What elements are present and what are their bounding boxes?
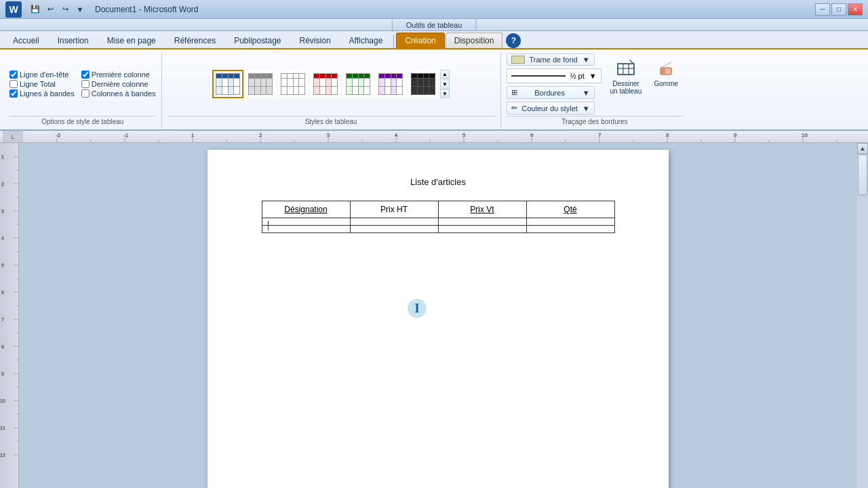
- titlebar-title: Document1 - Microsoft Word: [95, 5, 199, 14]
- scroll-thumb[interactable]: [858, 155, 867, 195]
- undo-button[interactable]: ↩: [43, 3, 57, 16]
- svg-text:6: 6: [1, 290, 4, 295]
- ruler-corner: L: [3, 131, 23, 142]
- styles-scroll-expand[interactable]: ▼: [440, 79, 450, 89]
- bordures-dropdown[interactable]: ⊞ Bordures ▼: [507, 86, 595, 99]
- td-prixvt-2[interactable]: [438, 226, 526, 233]
- svg-text:4: 4: [1, 236, 4, 241]
- bordures-content: Trame de fond ▼ ½ pt ▼ ⊞ Bordures ▼: [507, 54, 684, 115]
- tab-references[interactable]: Références: [165, 33, 224, 48]
- right-scrollbar[interactable]: ▲ ▼ ▲ ⊞ ▼: [857, 143, 868, 488]
- document-title: Liste d'articles: [248, 177, 628, 187]
- td-designation-1[interactable]: [262, 218, 350, 226]
- text-cursor[interactable]: I: [408, 299, 427, 318]
- main-layout: 1 2 3 4 5 6 7 8 9 10 11: [0, 143, 868, 488]
- td-qte-2[interactable]: [526, 226, 614, 233]
- table-row[interactable]: [262, 226, 614, 233]
- td-prixvt-1[interactable]: [438, 218, 526, 226]
- tab-mise-en-page[interactable]: Mise en page: [98, 33, 165, 48]
- table-style-1[interactable]: [212, 70, 243, 98]
- line-width-arrow: ▼: [589, 72, 597, 80]
- gomme-icon: [655, 57, 677, 79]
- td-prixht-2[interactable]: [350, 226, 438, 233]
- dessiner-icon: [615, 57, 637, 79]
- titlebar: W 💾 ↩ ↪ ▼ Document1 - Microsoft Word ─ □…: [0, 0, 868, 19]
- tab-disposition[interactable]: Disposition: [446, 33, 503, 48]
- cb-derniere-colonne[interactable]: Dernière colonne: [81, 80, 156, 88]
- dessiner-tableau-button[interactable]: Dessinerun tableau: [606, 54, 647, 98]
- table-style-4[interactable]: [310, 70, 341, 98]
- svg-text:4: 4: [395, 132, 398, 138]
- couleur-stylet-row[interactable]: ✏ Couleur du stylet ▼: [507, 102, 595, 115]
- svg-text:10: 10: [0, 399, 5, 403]
- table-style-7[interactable]: [408, 70, 439, 98]
- tab-creation[interactable]: Création: [396, 33, 444, 48]
- gomme-button[interactable]: Gomme: [649, 54, 683, 98]
- save-button[interactable]: 💾: [28, 3, 42, 16]
- bordures-selectors: Trame de fond ▼ ½ pt ▼ ⊞ Bordures ▼: [507, 54, 601, 115]
- tab-revision[interactable]: Révision: [291, 33, 340, 48]
- trame-fond-arrow: ▼: [583, 56, 590, 64]
- td-qte-1[interactable]: [526, 218, 614, 226]
- line-preview: [511, 75, 566, 77]
- tab-affichage[interactable]: Affichage: [340, 33, 392, 48]
- couleur-stylet-arrow: ▼: [583, 104, 590, 113]
- styles-content: ▲ ▼ ▼: [212, 54, 450, 115]
- help-button[interactable]: ?: [506, 33, 521, 48]
- table-style-3[interactable]: [277, 70, 309, 98]
- word-icon: W: [5, 1, 22, 18]
- tab-publipostage[interactable]: Publipostage: [225, 33, 290, 48]
- th-designation: Désignation: [262, 201, 350, 218]
- cb-colonnes-bandes[interactable]: Colonnes à bandes: [81, 89, 156, 98]
- minimize-button[interactable]: ─: [815, 3, 830, 16]
- line-width-selector[interactable]: ½ pt ▼: [507, 68, 601, 83]
- td-prixht-1[interactable]: [350, 218, 438, 226]
- table-row[interactable]: [262, 218, 614, 226]
- left-ruler: 1 2 3 4 5 6 7 8 9 10 11: [0, 143, 19, 488]
- table-style-5[interactable]: [342, 70, 374, 98]
- maximize-button[interactable]: □: [831, 3, 846, 16]
- svg-text:1: 1: [1, 155, 4, 159]
- scroll-track[interactable]: [857, 154, 868, 488]
- redo-button[interactable]: ↪: [58, 3, 72, 16]
- table-style-6[interactable]: [375, 70, 406, 98]
- td-designation-2[interactable]: [262, 226, 350, 233]
- close-button[interactable]: ✕: [848, 3, 863, 16]
- outils-tableau-label: Outils de tableau: [392, 19, 477, 30]
- cb-ligne-total[interactable]: Ligne Total: [9, 80, 75, 88]
- cb-lignes-bandes[interactable]: Lignes à bandes: [9, 89, 75, 98]
- bordures-arrow: ▼: [583, 89, 590, 97]
- table-header-row: Désignation Prix HT Prix Vt Qté: [262, 201, 614, 218]
- trame-fond-icon: [511, 56, 525, 64]
- table-style-2[interactable]: [245, 70, 276, 98]
- trame-fond-dropdown[interactable]: Trame de fond ▼: [507, 54, 595, 66]
- bordures-icon: ⊞: [511, 88, 517, 97]
- svg-text:7: 7: [598, 132, 601, 138]
- tab-insertion[interactable]: Insertion: [49, 33, 98, 48]
- cb-col-1: Ligne d'en-tête Ligne Total Lignes à ban…: [9, 70, 75, 98]
- pen-icon: ✏: [511, 104, 517, 113]
- styles-scroll-down[interactable]: ▼: [440, 89, 450, 98]
- group-bordures-label: Traçage des bordures: [507, 116, 684, 125]
- cb-ligne-entete[interactable]: Ligne d'en-tête: [9, 70, 75, 79]
- document-page[interactable]: Liste d'articles Désignation Prix HT Pri…: [208, 150, 669, 488]
- svg-text:6: 6: [530, 132, 534, 138]
- svg-text:2: 2: [1, 182, 4, 186]
- ribbon: Outils de tableau Accueil Insertion Mise…: [0, 19, 868, 131]
- svg-text:9: 9: [1, 371, 4, 376]
- svg-text:12: 12: [0, 453, 5, 458]
- svg-text:3: 3: [327, 132, 330, 138]
- gomme-label: Gomme: [654, 80, 678, 87]
- cb-premiere-colonne[interactable]: Première colonne: [81, 70, 156, 79]
- svg-text:5: 5: [462, 132, 466, 138]
- tab-accueil[interactable]: Accueil: [4, 33, 48, 48]
- customize-button[interactable]: ▼: [73, 3, 87, 16]
- styles-scroll-up[interactable]: ▲: [440, 70, 450, 79]
- svg-rect-0: [618, 64, 634, 75]
- scroll-up-button[interactable]: ▲: [857, 143, 868, 154]
- group-styles-label: Styles de tableau: [167, 116, 495, 125]
- svg-text:11: 11: [0, 426, 5, 430]
- ruler-body: -2 -1 1 2 3 4 5 6 7 8 9: [23, 131, 865, 142]
- document-table[interactable]: Désignation Prix HT Prix Vt Qté: [262, 201, 615, 233]
- bordures-label: Bordures: [534, 89, 565, 97]
